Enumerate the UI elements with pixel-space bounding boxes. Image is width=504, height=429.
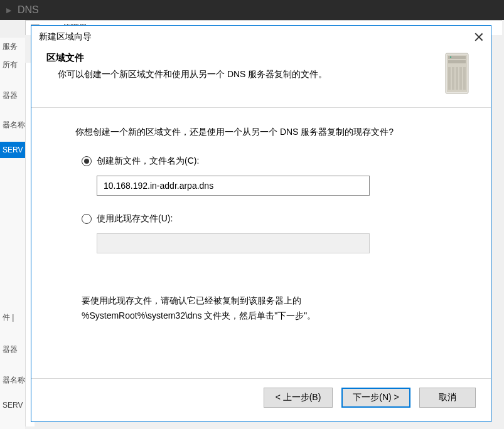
option-create-new-file[interactable]: 创建新文件，文件名为(C): — [82, 156, 447, 167]
note-line1: 要使用此现存文件，请确认它已经被复制到该服务器上的 — [82, 294, 447, 309]
header-title: 区域文件 — [46, 52, 442, 64]
sidebar-item: SERV — [0, 397, 25, 413]
svg-rect-10 — [459, 67, 462, 90]
sidebar-item: 器器 — [0, 87, 25, 105]
question-text: 你想创建一个新的区域文件，还是使用一个从另一个 DNS 服务器复制的现存文件? — [75, 127, 447, 138]
dialog-header: 区域文件 你可以创建一个新区域文件和使用从另一个 DNS 服务器复制的文件。 — [31, 48, 491, 107]
sidebar-item: 器名称 — [0, 371, 25, 389]
svg-rect-8 — [452, 67, 454, 90]
existing-file-name-input — [97, 233, 370, 253]
radio-group: 创建新文件，文件名为(C): 使用此现存文件(U): 要使用此现存文件，请确认它… — [75, 156, 447, 324]
button-bar: < 上一步(B) 下一步(N) > 取消 — [31, 379, 491, 421]
note-text: 要使用此现存文件，请确认它已经被复制到该服务器上的 %SystemRoot%\s… — [82, 294, 447, 324]
svg-rect-9 — [456, 67, 458, 90]
radio-use-existing[interactable] — [82, 214, 92, 224]
new-file-name-input[interactable] — [97, 176, 370, 196]
sidebar-item: 所有 — [0, 56, 25, 74]
svg-rect-6 — [448, 60, 466, 63]
radio-create-label: 创建新文件，文件名为(C): — [97, 156, 199, 167]
dialog-title: 新建区域向导 — [39, 31, 92, 43]
sidebar-item: SERV — [0, 142, 25, 158]
background-app-title: DNS — [18, 4, 39, 16]
background-sidebar: 服务 所有 器器 器名称 SERV 件 | 器器 器名称 SERV — [0, 38, 25, 429]
svg-rect-7 — [448, 67, 451, 90]
next-button[interactable]: 下一步(N) > — [341, 388, 410, 408]
svg-rect-11 — [463, 67, 466, 90]
option-use-existing-file[interactable]: 使用此现存文件(U): — [82, 213, 447, 225]
radio-existing-label: 使用此现存文件(U): — [97, 213, 173, 225]
note-line2: %SystemRoot%\system32\dns 文件夹，然后单击"下一步"。 — [82, 309, 447, 324]
dialog-titlebar: 新建区域向导 — [31, 26, 491, 48]
background-app-header: ▶ DNS — [0, 0, 504, 20]
dialog-content: 你想创建一个新的区域文件，还是使用一个从另一个 DNS 服务器复制的现存文件? … — [31, 108, 491, 378]
chevron-right-icon: ▶ — [6, 6, 11, 14]
close-button[interactable] — [475, 33, 483, 41]
sidebar-item: 器名称 — [0, 116, 25, 134]
svg-point-12 — [450, 56, 451, 58]
cancel-button[interactable]: 取消 — [419, 388, 476, 408]
radio-create-new[interactable] — [82, 156, 92, 166]
sidebar-item: 件 | — [0, 309, 25, 327]
server-icon — [442, 52, 472, 96]
sidebar-item: 器器 — [0, 341, 25, 359]
header-description: 你可以创建一个新区域文件和使用从另一个 DNS 服务器复制的文件。 — [46, 69, 442, 80]
back-button[interactable]: < 上一步(B) — [264, 388, 333, 408]
new-zone-wizard-dialog: 新建区域向导 区域文件 你可以创建一个新区域文件和使用从另一个 DNS 服务器复… — [31, 25, 491, 422]
sidebar-item: 服务 — [0, 38, 25, 56]
